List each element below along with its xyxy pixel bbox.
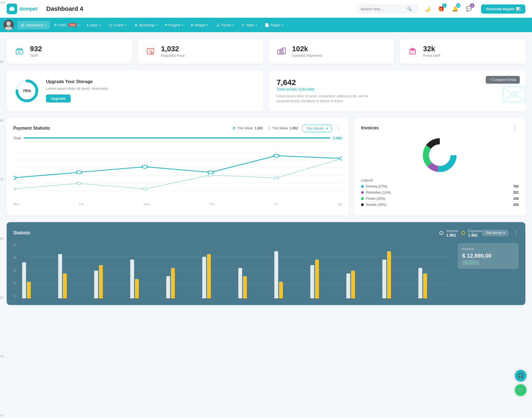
stat-value: 102k <box>292 45 322 53</box>
legend-row: Forum (22%) 154 <box>361 197 519 201</box>
statistic-legend: Income 1.982 Expense 1.982 <box>439 229 482 237</box>
nav-item-widget[interactable]: ♥ Widget ▾ <box>187 21 212 29</box>
force-tariff-icon <box>406 45 419 57</box>
chevron-down-icon: ▾ <box>156 24 157 27</box>
inv-val-forum: 154 <box>513 197 519 201</box>
month-label: This Month <box>306 126 324 130</box>
total-row: Total 3.982 <box>13 136 342 140</box>
nav-item-dashboard[interactable]: ⊞ Dashboard ▾ <box>17 21 50 29</box>
payment-legend: This Week 1.982 This Week 1.982 <box>233 126 298 130</box>
forms-icon: 🖨 <box>216 23 220 27</box>
mid-row: 75% Upgrade Your Storage Lorem ipsum dol… <box>7 70 525 111</box>
bell-btn[interactable]: 🔔 12 <box>450 4 460 14</box>
stat-label: Force tariff <box>423 53 440 58</box>
legend-row: Promotion (11%) 321 <box>361 191 519 194</box>
chevron-down-icon: ▾ <box>255 24 257 27</box>
chevron-down-icon: ▾ <box>233 24 234 27</box>
stat-card-price: 1,032 Required Price <box>138 39 263 64</box>
moon-btn[interactable]: 🌙 <box>422 4 432 14</box>
bar-white <box>274 251 278 298</box>
nav-item-charts[interactable]: ◫ Charts ▾ <box>105 21 131 29</box>
payment-more-button[interactable]: ⋮ <box>334 125 342 132</box>
bar-yellow <box>171 268 175 298</box>
chart-area-inner: Mon Tue Wed Thu Fri Sat <box>13 145 342 206</box>
chevron-down-icon: ▾ <box>207 24 208 27</box>
bar-white <box>418 268 422 298</box>
gift-badge: 2 <box>442 3 447 8</box>
nav-item-label: Charts <box>113 23 124 27</box>
stat-month-button[interactable]: This Month ▾ <box>482 230 508 236</box>
svg-point-36 <box>77 182 81 184</box>
legend-title: Legend <box>361 178 519 182</box>
svg-rect-14 <box>278 50 281 54</box>
statistic-title: Statistic <box>13 230 439 235</box>
logo: dompet <box>7 4 37 14</box>
bar-yellow <box>207 254 211 298</box>
svg-point-39 <box>274 176 278 179</box>
payment-header: Payment Statistic This Week 1.982 This W… <box>13 125 342 132</box>
inv-dot-primary <box>361 185 364 188</box>
gift-btn[interactable]: 🎁 2 <box>436 4 446 14</box>
email-bg-icon: ✉ <box>500 76 525 111</box>
payment-card: Payment Statistic This Week 1.982 This W… <box>7 118 349 216</box>
stat-more-button[interactable]: ⋮ <box>513 230 519 236</box>
storage-info: Upgrade Your Storage Lorem ipsum dolor s… <box>46 79 109 102</box>
invoices-card: Invoices ⋮ Legend <box>354 118 525 216</box>
bar-yellow <box>423 273 427 298</box>
nav-item-pages[interactable]: 📄 Pages ▾ <box>261 21 287 29</box>
legend-dot-2 <box>268 127 271 130</box>
svg-point-29 <box>13 176 16 179</box>
invoices-more-button[interactable]: ⋮ <box>511 125 519 131</box>
stat-value: 1,032 <box>161 45 185 53</box>
bar-group-12 <box>418 268 452 298</box>
chat-btn[interactable]: 💬 5 <box>464 4 474 14</box>
nav-item-label: Apps <box>90 23 98 27</box>
bar-white <box>238 268 242 298</box>
income-badge: ▲ +15% <box>462 260 479 265</box>
email-card: + Compose Email 7,642 Total emails Subcr… <box>269 70 525 111</box>
inv-dot-promotion <box>361 191 364 194</box>
bar-chart-container: 50 40 30 20 10 <box>13 243 519 298</box>
y-axis: 100 90 80 70 60 50 40 30 <box>0 0 9 312</box>
nav-item-apps[interactable]: ℹ Apps ▾ <box>83 21 105 29</box>
bar-white <box>166 276 170 298</box>
month-selector[interactable]: This Month ▾ <box>302 125 331 132</box>
bar-group-1 <box>22 262 56 298</box>
generate-report-button[interactable]: Generate Report 📊 <box>481 4 525 14</box>
widget-icon: ♥ <box>191 23 193 27</box>
bar-group-3 <box>94 265 128 298</box>
inv-val-primary: 763 <box>513 184 519 188</box>
storage-percent: 75% <box>14 78 39 103</box>
chevron-down-icon: ▾ <box>45 24 46 27</box>
total-bar <box>24 137 330 139</box>
generate-report-label: Generate Report <box>486 7 514 11</box>
bar-y-axis: 50 40 30 20 10 <box>13 243 22 298</box>
inv-label-primary: Primary (27%) <box>366 184 511 188</box>
stat-label: Tariff <box>30 53 42 58</box>
nav-item-label: Pages <box>270 23 281 27</box>
bar-group-10 <box>346 271 380 298</box>
income-val: 1.982 <box>446 233 458 237</box>
bar-white <box>346 273 350 298</box>
chevron-down-icon: ▾ <box>99 24 101 27</box>
nav-item-bootstrap[interactable]: ★ Bootstrap ▾ <box>131 21 161 29</box>
search-icon: 🔍 <box>407 7 412 11</box>
chevron-down-icon: ▾ <box>125 24 127 27</box>
chevron-down-icon: ▾ <box>326 126 328 130</box>
inv-val-socials: 154 <box>513 203 519 207</box>
search-bar[interactable]: 🔍 <box>357 5 418 13</box>
statistic-card: Statistic Income 1.982 Expense 1.982 <box>7 222 525 305</box>
svg-point-32 <box>208 171 213 174</box>
nav-item-cms[interactable]: ⚙ CMS New ▾ <box>50 21 83 29</box>
table-icon: ≡ <box>242 23 244 27</box>
upgrade-button[interactable]: Upgrade <box>46 94 71 102</box>
bar-group-8 <box>274 251 308 298</box>
nav-item-plugins[interactable]: ♥ Plugins ▾ <box>161 21 187 29</box>
email-subtitle: Total emails Subcriber. <box>277 87 518 91</box>
nav-item-forms[interactable]: 🖨 Forms ▾ <box>212 21 238 29</box>
nav-item-label: Dashboard <box>25 23 43 27</box>
bootstrap-icon: ★ <box>134 23 138 27</box>
charts-row: Payment Statistic This Week 1.982 This W… <box>7 118 525 216</box>
nav-item-table[interactable]: ≡ Table ▾ <box>238 21 261 29</box>
search-input[interactable] <box>360 7 405 11</box>
